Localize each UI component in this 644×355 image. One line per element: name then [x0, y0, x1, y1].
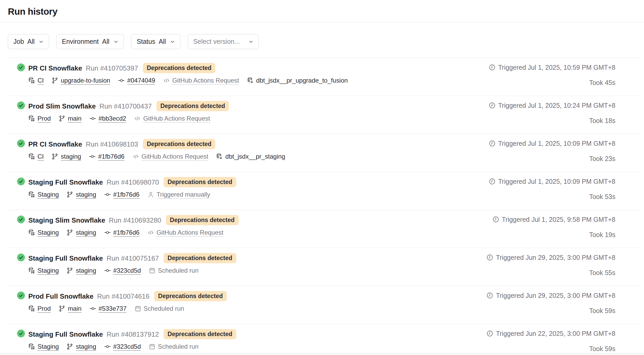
trigger-label[interactable]: GitHub Actions Request — [143, 115, 210, 122]
branch-link[interactable]: staging — [61, 153, 81, 160]
commit-link[interactable]: #1fb76d6 — [113, 229, 139, 236]
branch-link[interactable]: staging — [76, 343, 96, 351]
environment-link[interactable]: Staging — [37, 229, 59, 236]
deprecations-badge: Deprecations detected — [154, 291, 227, 301]
commit-link[interactable]: #533e737 — [99, 305, 127, 313]
branch-link[interactable]: staging — [76, 229, 96, 236]
job-name-link[interactable]: PR CI Snowflake — [28, 140, 82, 149]
commit-link[interactable]: #323cd5d — [113, 343, 141, 351]
branch-icon — [67, 229, 73, 236]
triggered-at: Triggered Jul 1, 2025, 9:58 PM GMT+8 — [502, 215, 615, 224]
chevron-down-icon — [170, 39, 175, 44]
environment-link[interactable]: Staging — [37, 343, 59, 351]
next-row-edge — [0, 353, 644, 355]
check-circle-icon — [17, 216, 25, 223]
schema-item: dbt_jsdx__pr_upgrade_to_fusion — [247, 77, 348, 84]
clock-icon — [489, 102, 496, 109]
check-circle-icon — [17, 101, 25, 109]
triggered-at: Triggered Jul 1, 2025, 10:59 PM GMT+8 — [498, 63, 615, 72]
run-row: Staging Full Snowflake Run #410698070 De… — [8, 172, 640, 210]
branch-link[interactable]: upgrade-to-fusion — [61, 77, 110, 84]
environment-link[interactable]: Prod — [37, 115, 51, 122]
check-circle-icon — [17, 178, 25, 185]
trigger-label: Scheduled run — [158, 267, 198, 275]
trigger-label: Scheduled run — [144, 305, 184, 313]
calendar-icon — [149, 343, 155, 350]
branch-link[interactable]: main — [68, 305, 82, 313]
run-row: Prod Slim Snowflake Run #410700437 Depre… — [8, 96, 640, 134]
branch-icon — [59, 305, 66, 312]
run-row: Staging Full Snowflake Run #410075167 De… — [8, 248, 640, 286]
duration: Took 59s — [589, 345, 615, 353]
job-name-link[interactable]: Prod Slim Snowflake — [28, 102, 96, 111]
calendar-icon — [135, 305, 141, 312]
filter-version[interactable]: Select version... — [188, 34, 259, 49]
run-row: Staging Slim Snowflake Run #410693280 De… — [8, 210, 640, 248]
branch-link[interactable]: main — [68, 115, 82, 122]
environment-link[interactable]: CI — [37, 77, 44, 84]
environment-icon — [28, 229, 35, 236]
content: Job All Environment All Status All Selec… — [8, 22, 640, 355]
run-number: Run #410693280 — [109, 216, 161, 225]
branch-icon — [52, 153, 58, 160]
filter-label: Job — [13, 38, 24, 45]
commit-link[interactable]: #323cd5d — [113, 267, 141, 275]
check-circle-icon — [17, 292, 25, 299]
check-circle-icon — [17, 139, 25, 147]
trigger-label[interactable]: Triggered manually — [157, 191, 210, 198]
filter-label: Environment — [62, 38, 99, 45]
code-icon — [147, 229, 154, 236]
duration: Took 53s — [589, 193, 615, 201]
run-row: Prod Full Snowflake Run #410074616 Depre… — [8, 286, 640, 324]
run-number: Run #410698070 — [107, 178, 159, 187]
filter-value: All — [159, 38, 166, 45]
filter-bar: Job All Environment All Status All Selec… — [8, 22, 640, 58]
branch-link[interactable]: staging — [76, 191, 96, 198]
commit-icon — [118, 77, 125, 84]
filter-status[interactable]: Status All — [131, 34, 180, 49]
commit-icon — [104, 267, 111, 274]
branch-icon — [59, 115, 66, 122]
code-icon — [134, 115, 141, 122]
clock-icon — [492, 216, 499, 223]
filter-value: All — [27, 38, 35, 45]
filter-value: All — [102, 38, 109, 45]
trigger-label[interactable]: GitHub Actions Request — [142, 153, 208, 160]
deprecations-badge: Deprecations detected — [166, 215, 239, 225]
duration: Took 55s — [589, 269, 615, 277]
job-name-link[interactable]: Staging Full Snowflake — [28, 330, 103, 339]
branch-link[interactable]: staging — [76, 267, 96, 275]
chevron-down-icon — [39, 39, 44, 44]
code-icon — [132, 153, 139, 160]
deprecations-badge: Deprecations detected — [143, 139, 216, 149]
run-number: Run #410705397 — [86, 64, 138, 73]
job-name-link[interactable]: Staging Full Snowflake — [28, 254, 103, 263]
commit-link[interactable]: #1fb76d6 — [113, 191, 139, 198]
run-number: Run #408137912 — [107, 330, 159, 339]
environment-link[interactable]: Staging — [37, 191, 59, 198]
filter-environment[interactable]: Environment All — [56, 34, 124, 49]
job-name-link[interactable]: Staging Slim Snowflake — [28, 216, 105, 225]
filter-label: Status — [137, 38, 155, 45]
trigger-label[interactable]: GitHub Actions Request — [172, 77, 239, 84]
duration: Took 59s — [589, 307, 615, 315]
environment-icon — [28, 115, 35, 122]
job-name-link[interactable]: Staging Full Snowflake — [28, 178, 103, 187]
environment-link[interactable]: Staging — [37, 267, 59, 275]
environment-icon — [28, 191, 35, 198]
duration: Took 23s — [589, 155, 615, 163]
job-name-link[interactable]: PR CI Snowflake — [28, 64, 82, 73]
trigger-label[interactable]: GitHub Actions Request — [157, 229, 223, 236]
branch-icon — [52, 77, 58, 84]
filter-job[interactable]: Job All — [8, 34, 49, 49]
branch-icon — [67, 267, 73, 274]
commit-link[interactable]: #1fb76d6 — [98, 153, 124, 160]
commit-icon — [89, 153, 96, 160]
job-name-link[interactable]: Prod Full Snowflake — [28, 292, 93, 301]
environment-link[interactable]: CI — [37, 153, 44, 160]
commit-icon — [104, 191, 111, 198]
deprecations-badge: Deprecations detected — [157, 101, 229, 111]
commit-link[interactable]: #0474049 — [127, 77, 155, 84]
environment-link[interactable]: Prod — [37, 305, 51, 313]
commit-link[interactable]: #bb3ecd2 — [99, 115, 126, 122]
